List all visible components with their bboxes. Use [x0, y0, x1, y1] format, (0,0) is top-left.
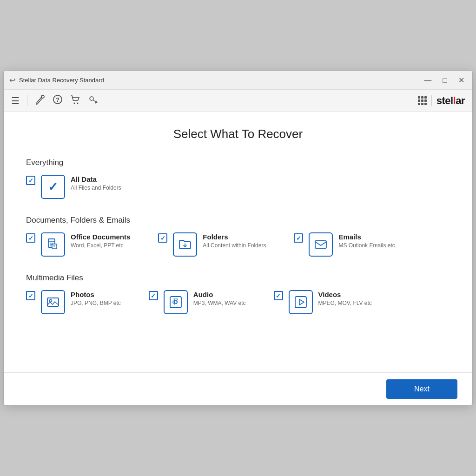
section-documents-title: Documents, Folders & Emails — [26, 216, 450, 225]
title-bar-center: ↩ Stellar Data Recovery Standard — [9, 76, 104, 85]
option-videos: ✓ Videos MPEG, MOV, FLV etc — [274, 290, 372, 314]
all-data-label: All Data — [71, 175, 121, 184]
folders-checkbox[interactable]: ✓ — [158, 233, 167, 243]
tools-icon[interactable] — [35, 94, 45, 107]
option-emails: ✓ Emails MS Outlook Emails etc — [294, 232, 395, 257]
option-all-data: ✓ ✓ All Data All Files and Folders — [26, 175, 121, 199]
videos-checkbox[interactable]: ✓ — [274, 291, 283, 300]
svg-rect-7 — [52, 244, 57, 249]
maximize-button[interactable]: □ — [440, 76, 450, 85]
audio-icon-box[interactable] — [164, 290, 188, 314]
svg-marker-14 — [299, 299, 304, 305]
menu-icon[interactable]: ☰ — [11, 95, 20, 106]
next-button[interactable]: Next — [386, 379, 457, 399]
back-icon: ↩ — [9, 76, 15, 85]
all-data-sublabel: All Files and Folders — [71, 184, 121, 192]
emails-checkmark: ✓ — [296, 235, 301, 242]
folders-icon-box[interactable] — [173, 232, 197, 257]
option-office-documents: ✓ Office Docu — [26, 232, 130, 257]
all-data-big-checkmark: ✓ — [48, 181, 58, 193]
photos-label: Photos — [71, 290, 121, 299]
audio-label: Audio — [193, 290, 246, 299]
audio-checkmark: ✓ — [151, 292, 156, 299]
section-everything: Everything ✓ ✓ All Data All Files and Fo… — [26, 158, 450, 199]
audio-sublabel: MP3, WMA, WAV etc — [193, 299, 246, 307]
videos-text: Videos MPEG, MOV, FLV etc — [318, 290, 372, 307]
office-documents-checkbox[interactable]: ✓ — [26, 233, 35, 243]
help-icon[interactable]: ? — [53, 94, 63, 107]
photos-sublabel: JPG, PNG, BMP etc — [71, 299, 121, 307]
emails-checkbox[interactable]: ✓ — [294, 233, 303, 243]
svg-rect-13 — [295, 297, 306, 308]
svg-point-4 — [77, 103, 79, 104]
toolbar-left: ☰ ? — [11, 94, 98, 107]
documents-options-row: ✓ Office Docu — [26, 232, 450, 257]
folders-label: Folders — [203, 232, 266, 242]
brand-divider — [431, 95, 432, 106]
videos-label: Videos — [318, 290, 372, 299]
toolbar: ☰ ? — [4, 90, 472, 112]
all-data-icon-checkbox[interactable]: ✓ — [41, 175, 65, 199]
emails-sublabel: MS Outlook Emails etc — [338, 242, 395, 250]
svg-rect-11 — [170, 297, 181, 308]
title-bar-controls: — □ ✕ — [422, 76, 467, 85]
section-multimedia: Multimedia Files ✓ Photo — [26, 273, 450, 314]
emails-text: Emails MS Outlook Emails etc — [338, 232, 395, 249]
svg-rect-9 — [47, 298, 59, 306]
everything-options-row: ✓ ✓ All Data All Files and Folders — [26, 175, 450, 199]
brand-logo: stellar — [436, 95, 465, 107]
option-photos: ✓ Photos JPG, PNG, BMP etc — [26, 290, 121, 314]
office-documents-icon-box[interactable] — [41, 232, 65, 257]
option-audio: ✓ Audio MP3, WMA, WAV etc — [149, 290, 246, 314]
videos-checkmark: ✓ — [276, 292, 281, 299]
footer: Next — [4, 372, 472, 405]
videos-sublabel: MPEG, MOV, FLV etc — [318, 299, 372, 307]
svg-text:?: ? — [56, 97, 59, 103]
cart-icon[interactable] — [70, 94, 80, 107]
folders-checkmark: ✓ — [160, 235, 165, 242]
audio-text: Audio MP3, WMA, WAV etc — [193, 290, 246, 307]
folders-sublabel: All Content within Folders — [203, 242, 266, 250]
toolbar-divider — [27, 95, 27, 106]
minimize-button[interactable]: — — [422, 76, 434, 85]
section-documents: Documents, Folders & Emails ✓ — [26, 216, 450, 257]
all-data-outer-checkmark: ✓ — [28, 177, 33, 184]
brand-logo-accent: l — [453, 95, 456, 106]
title-bar: ↩ Stellar Data Recovery Standard — □ ✕ — [4, 71, 472, 90]
toolbar-right: stellar — [418, 95, 465, 107]
window-title: Stellar Data Recovery Standard — [19, 77, 104, 84]
svg-point-3 — [74, 103, 75, 104]
office-documents-text: Office Documents Word, Excel, PPT etc — [71, 232, 130, 249]
photos-icon-box[interactable] — [41, 290, 65, 314]
close-button[interactable]: ✕ — [456, 76, 467, 85]
page-title: Select What To Recover — [26, 127, 450, 141]
audio-checkbox[interactable]: ✓ — [149, 291, 158, 300]
photos-text: Photos JPG, PNG, BMP etc — [71, 290, 121, 307]
main-content: Select What To Recover Everything ✓ ✓ Al… — [4, 112, 472, 372]
svg-rect-8 — [315, 241, 326, 248]
office-documents-label: Office Documents — [71, 232, 130, 242]
app-window: ↩ Stellar Data Recovery Standard — □ ✕ ☰ — [3, 71, 473, 405]
emails-label: Emails — [338, 232, 395, 242]
key-icon[interactable] — [88, 94, 98, 107]
videos-icon-box[interactable] — [289, 290, 313, 314]
all-data-outer-checkbox[interactable]: ✓ — [26, 176, 35, 185]
all-data-text: All Data All Files and Folders — [71, 175, 121, 192]
folders-text: Folders All Content within Folders — [203, 232, 266, 249]
office-documents-checkmark: ✓ — [28, 235, 33, 242]
svg-point-10 — [50, 300, 52, 302]
section-multimedia-title: Multimedia Files — [26, 273, 450, 283]
photos-checkbox[interactable]: ✓ — [26, 291, 35, 300]
apps-grid-icon[interactable] — [418, 96, 427, 105]
section-everything-title: Everything — [26, 158, 450, 167]
svg-point-0 — [41, 95, 44, 98]
multimedia-options-row: ✓ Photos JPG, PNG, BMP etc — [26, 290, 450, 314]
office-documents-sublabel: Word, Excel, PPT etc — [71, 242, 130, 250]
photos-checkmark: ✓ — [28, 292, 33, 299]
emails-icon-box[interactable] — [309, 232, 333, 257]
option-folders: ✓ Folders All Content within Folders — [158, 232, 266, 257]
